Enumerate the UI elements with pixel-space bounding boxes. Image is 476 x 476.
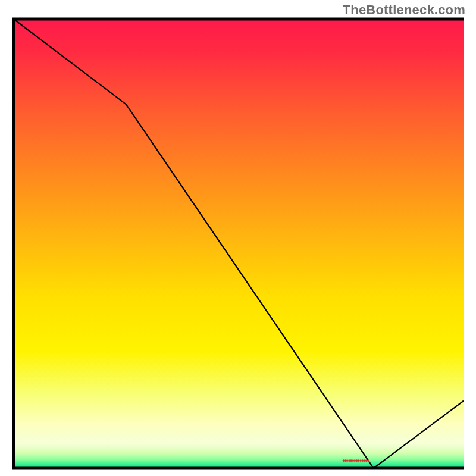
chart-svg: ••••••••••••••	[0, 0, 476, 476]
annotation-label: ••••••••••••••	[342, 456, 369, 465]
chart-container: TheBottleneck.com ••••••••••••••	[0, 0, 476, 476]
plot-background	[14, 19, 464, 468]
